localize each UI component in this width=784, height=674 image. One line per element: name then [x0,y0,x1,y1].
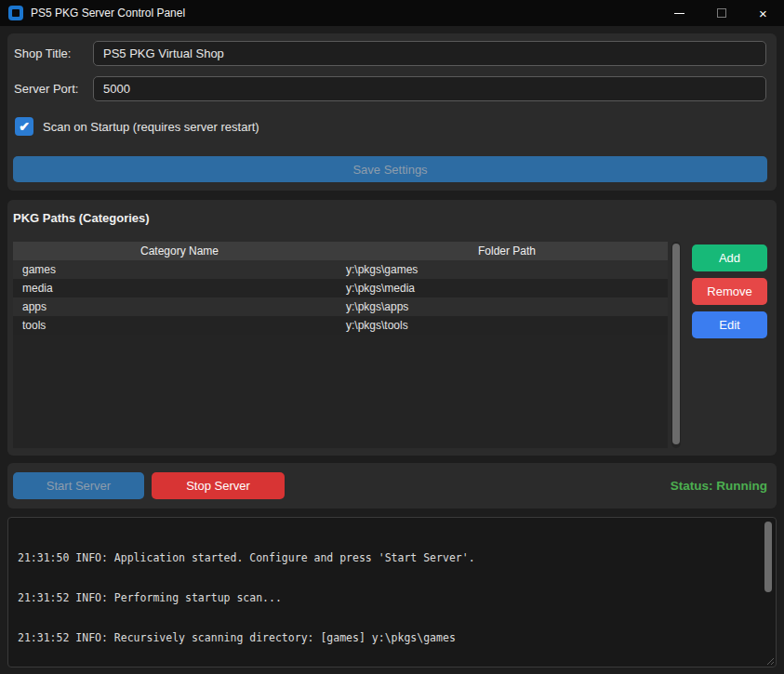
cell-path: y:\pkgs\media [346,282,668,295]
cell-path: y:\pkgs\apps [346,300,668,313]
scan-on-startup-checkbox[interactable]: ✔ [15,117,33,136]
edit-button[interactable]: Edit [692,311,767,338]
cell-category: tools [13,319,346,332]
resize-grip-icon[interactable] [764,655,774,665]
start-server-button[interactable]: Start Server [13,472,144,499]
scan-on-startup-label: Scan on Startup (requires server restart… [43,120,259,134]
title-bar: PS5 PKG Server Control Panel × [0,0,784,26]
pkg-paths-table: Category Name Folder Path games y:\pkgs\… [13,242,668,448]
maximize-button[interactable] [700,0,742,26]
table-scrollbar-thumb[interactable] [672,244,680,444]
stop-server-button[interactable]: Stop Server [152,472,285,499]
remove-button[interactable]: Remove [692,278,767,305]
log-panel: 21:31:50 INFO: Application started. Conf… [7,517,777,667]
server-port-label: Server Port: [14,82,78,96]
close-icon: × [759,7,767,20]
add-button[interactable]: Add [692,244,767,271]
table-row[interactable]: games y:\pkgs\games [13,260,668,279]
close-button[interactable]: × [742,0,784,26]
column-header-category[interactable]: Category Name [13,242,346,260]
app-window: PS5 PKG Server Control Panel × Shop Titl… [0,0,784,674]
table-row[interactable]: apps y:\pkgs\apps [13,297,668,316]
log-line: 21:31:50 INFO: Application started. Conf… [18,551,757,564]
scan-on-startup-row: ✔ Scan on Startup (requires server resta… [15,117,259,136]
cell-category: media [13,282,346,295]
server-port-input[interactable] [93,76,766,101]
checkbox-check-icon: ✔ [19,119,30,134]
pkg-paths-section-title: PKG Paths (Categories) [13,211,150,225]
window-title: PS5 PKG Server Control Panel [31,7,185,20]
shop-title-input[interactable] [93,41,766,66]
shop-title-label: Shop Title: [14,46,71,60]
window-controls: × [658,0,784,26]
log-line: 21:31:52 INFO: Performing startup scan..… [18,591,757,604]
app-icon [8,6,23,20]
log-scrollbar[interactable] [764,522,773,663]
maximize-icon [717,8,726,18]
pkg-paths-panel: PKG Paths (Categories) Category Name Fol… [7,200,777,456]
cell-path: y:\pkgs\games [346,263,668,276]
cell-category: games [13,263,346,276]
server-status-badge: Status: Running [671,463,767,509]
server-controls-panel: Start Server Stop Server Status: Running [7,463,777,509]
log-scrollbar-thumb[interactable] [764,522,772,592]
minimize-icon [674,13,684,14]
table-row[interactable]: tools y:\pkgs\tools [13,316,668,335]
cell-category: apps [13,300,346,313]
log-line: 21:31:52 INFO: Recursively scanning dire… [18,631,757,644]
table-scrollbar[interactable] [671,242,681,448]
table-row[interactable]: media y:\pkgs\media [13,279,668,297]
log-output[interactable]: 21:31:50 INFO: Application started. Conf… [18,524,757,667]
column-header-path[interactable]: Folder Path [346,242,668,260]
settings-panel: Shop Title: Server Port: ✔ Scan on Start… [7,33,777,191]
minimize-button[interactable] [658,0,700,26]
save-settings-button[interactable]: Save Settings [13,156,767,182]
cell-path: y:\pkgs\tools [346,319,668,332]
table-header-row: Category Name Folder Path [13,242,668,260]
